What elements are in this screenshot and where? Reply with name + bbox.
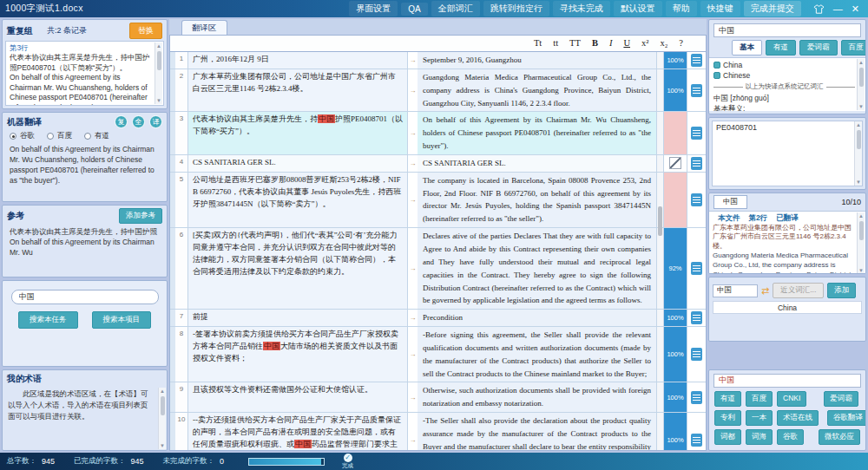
file-matches-term-tab[interactable]: 中国 [713,195,747,209]
dictionary-memory-item[interactable]: China [713,60,855,70]
quick-search-input[interactable] [713,374,861,388]
menu-button[interactable]: 完成并提交 [744,1,801,16]
file-matches-scrollbar[interactable]: ▲▼ [857,212,865,274]
menu-button[interactable]: 帮助 [666,1,697,16]
quick-search-button[interactable]: 有道 [714,391,741,407]
document-icon[interactable] [691,84,702,97]
mt-engine-radio[interactable]: 百度 [47,131,72,141]
menu-button[interactable]: 界面设置 [349,1,398,16]
my-terms-scrollbar[interactable]: ▲▼ [158,388,166,449]
sidebar-search-input[interactable] [11,290,159,304]
dictionary-query-input[interactable] [713,23,861,37]
quick-search-button[interactable]: 词都 [714,429,741,445]
format-button[interactable]: I [609,39,613,49]
document-icon[interactable] [691,157,702,170]
quick-search-button[interactable]: 谷歌 [777,429,804,445]
document-icon[interactable] [691,54,702,67]
dictionary-tab[interactable]: 爱词霸 [799,40,838,55]
target-cell[interactable]: September 9, 2016, Guangzhou [418,52,657,69]
skin-icon[interactable] [813,4,825,14]
mt-engine-radio[interactable]: 谷歌 [10,131,35,141]
document-icon[interactable] [691,311,702,324]
grid-scrollbar-track[interactable] [657,52,664,69]
mt-engine-radio[interactable]: 有道 [84,131,109,141]
grid-scrollbar-track[interactable] [657,69,664,112]
swap-languages-icon[interactable]: ⇄ [761,286,769,296]
check-icon[interactable]: ✓ [344,454,352,462]
target-cell[interactable]: Guangdong Materia Medica Pharmaceutical … [418,69,657,112]
target-cell[interactable]: -The Seller shall also provide the decla… [418,413,657,451]
mt-action-icon[interactable]: 复 [115,115,128,128]
quick-search-button[interactable]: 专利 [714,410,741,426]
add-reference-button[interactable]: 添加参考 [119,208,162,224]
dictionary-tab[interactable]: 基本 [732,40,762,55]
target-cell[interactable]: Declares ative of the parties Declares T… [418,228,657,309]
quick-search-button[interactable]: CNKI [777,391,806,407]
document-icon[interactable] [691,262,702,275]
menu-button[interactable]: 默认设置 [614,1,662,16]
grid-scrollbar-track[interactable] [657,327,664,382]
document-icon[interactable] [691,348,702,361]
dictionary-tab[interactable]: 百度 [841,40,867,55]
document-icon[interactable] [691,434,702,447]
grid-scrollbar-track[interactable] [657,413,664,451]
target-cell[interactable]: Otherwise, such authorization documents … [418,382,657,412]
target-cell[interactable]: -Before signing this agreement, the Sell… [418,327,657,382]
grid-scrollbar-track[interactable] [657,310,664,326]
close-button[interactable]: ✕ [852,4,859,14]
quick-search-button[interactable]: 词海 [746,429,773,445]
note-scrollbar[interactable]: ▲▼ [854,121,862,186]
dictionary-scrollbar[interactable]: ▲▼ [857,59,865,110]
format-button[interactable]: x² [641,39,648,49]
grid-scrollbar-track[interactable] [657,382,664,412]
target-cell[interactable]: The company is located in Barcelona, Spa… [418,173,657,227]
term-result-row[interactable]: China [713,301,862,314]
tab-translation-area[interactable]: 翻译区 [181,20,227,35]
term-target-placeholder[interactable]: 近义词汇... [773,283,824,298]
quick-search-button[interactable]: 微软必应 [819,429,860,445]
document-icon[interactable] [691,193,702,206]
term-source-input[interactable] [713,284,758,297]
menu-button[interactable]: QA [401,3,427,16]
note-textarea[interactable]: PE0408701 [712,121,863,186]
term-add-button[interactable]: 添加 [827,283,856,298]
grid-scrollbar-track[interactable] [657,228,664,309]
repeat-group-scrollbar[interactable]: ▲▼ [155,42,162,104]
search-task-button[interactable]: 搜索本任务 [18,311,78,329]
segment-arrow-icon: → [408,228,418,309]
grid-scrollbar-thumb[interactable] [658,206,662,236]
format-button[interactable]: U [623,39,630,49]
quick-search-button[interactable]: 一本 [746,410,773,426]
format-button[interactable]: TT [569,39,581,49]
source-text: 代表本协议由其主席吴楚升先生，持 [193,114,318,123]
document-icon[interactable] [691,391,702,404]
quick-search-button[interactable]: 术语在线 [777,410,819,426]
quick-search-button[interactable]: 百度 [746,391,773,407]
document-icon[interactable] [691,127,702,140]
quick-search-button[interactable]: 爱词霸 [824,391,858,407]
grid-scrollbar-track[interactable] [657,112,664,154]
target-cell[interactable]: Precondition [418,310,657,326]
mt-action-icon[interactable]: 译 [149,115,162,128]
target-cell[interactable]: CS SANITARIA GER SL. [418,155,657,172]
mt-action-icon[interactable]: 全 [132,115,145,128]
dictionary-tab[interactable]: 有道 [766,40,796,55]
replace-button[interactable]: 替换 [129,23,162,39]
menu-button[interactable]: 寻找未完成 [553,1,610,16]
row-icon-cell [687,173,706,227]
format-button[interactable]: Tt [534,39,542,49]
menu-button[interactable]: 跳转到指定行 [483,1,549,16]
search-project-button[interactable]: 搜索本项目 [92,311,152,329]
minimize-button[interactable]: — [833,4,843,14]
dictionary-memory-item[interactable]: Chinese [713,70,855,81]
menu-button[interactable]: 全部词汇 [431,1,480,16]
grid-scrollbar-track[interactable] [657,155,664,172]
format-button[interactable]: x₂ [660,39,667,49]
format-button[interactable]: B [592,39,598,49]
format-button[interactable]: tt [553,39,558,49]
menu-button[interactable]: 快捷键 [700,1,740,16]
target-cell[interactable]: On behalf of this Agreement by its Chair… [418,112,657,154]
format-button[interactable]: ? [679,39,683,49]
quick-search-button[interactable]: 谷歌翻译 [827,410,866,426]
repeat-item[interactable]: 第3行代表本协议由其主席吴楚升先生，持中国护照PE0408701（以下简称“买方… [10,43,153,106]
